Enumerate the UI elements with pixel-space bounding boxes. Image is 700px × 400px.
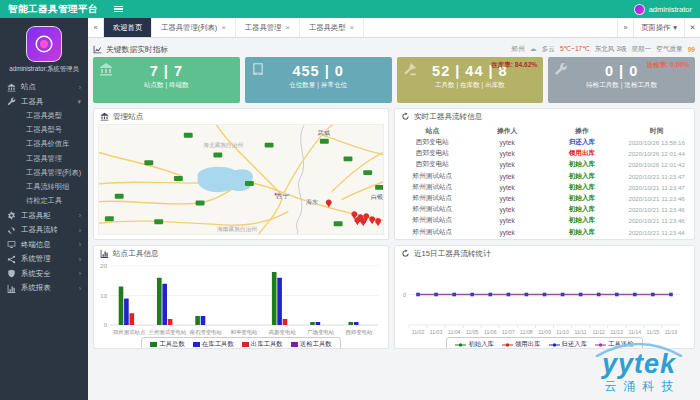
flow-panel-header: 实时工器具流转信息 bbox=[395, 109, 694, 124]
svg-text:11/02: 11/02 bbox=[412, 329, 425, 335]
sidebar-item-label: 系统管理 bbox=[21, 254, 74, 264]
legend-item[interactable]: 领用出库 bbox=[502, 340, 541, 349]
line-chart-panel: 近15日工器具流转统计 011/0211/0311/0411/0511/0611… bbox=[394, 245, 695, 349]
sidebar-item[interactable]: 系统安全› bbox=[0, 266, 88, 281]
sidebar-item-label: 系统报表 bbox=[21, 283, 74, 293]
gear-icon bbox=[7, 211, 16, 220]
kpi-card: 455 | 0仓位数量 | 异常仓位 bbox=[245, 57, 392, 103]
refresh-icon[interactable] bbox=[401, 112, 410, 121]
tab-label: 欢迎首页 bbox=[113, 23, 142, 33]
weather-week: 星期一 bbox=[632, 45, 652, 54]
sidebar-item[interactable]: 系统报表› bbox=[0, 281, 88, 296]
sidebar-item[interactable]: 系统管理› bbox=[0, 252, 88, 267]
sidebar-subitem[interactable]: 工具流转明细 bbox=[0, 180, 88, 194]
tab-label: 工器具类型 bbox=[309, 23, 345, 33]
kpi-card-rate: 送检率: 0.00% bbox=[646, 61, 689, 70]
flow-operator: yytek bbox=[470, 148, 545, 159]
road-badge bbox=[105, 216, 114, 221]
svg-text:郑州测试站点: 郑州测试站点 bbox=[113, 329, 146, 336]
svg-text:11/13: 11/13 bbox=[610, 329, 623, 335]
page-operations-dropdown[interactable]: 页面操作 ▾ bbox=[633, 18, 684, 37]
kpi-card-label: 站点数 | 终端数 bbox=[93, 81, 240, 90]
flow-table-column: 操作人 bbox=[470, 124, 545, 137]
weather-wind: 东北风 3级 bbox=[595, 45, 627, 54]
svg-text:11/05: 11/05 bbox=[466, 329, 479, 335]
sidebar-item-label: 系统安全 bbox=[21, 269, 74, 279]
svg-text:11/08: 11/08 bbox=[520, 329, 533, 335]
top-header: 智能工器具管理平台 administrator bbox=[0, 0, 700, 18]
map-canvas[interactable]: 海北藏族自治州海南藏族自治州西宁海东武威白银 bbox=[98, 124, 384, 235]
road-badge bbox=[320, 139, 329, 144]
svg-text:11/12: 11/12 bbox=[592, 329, 605, 335]
close-icon[interactable]: × bbox=[349, 23, 354, 32]
bar-chart-legend: 工具总数在库工具数出库工具数送检工具数 bbox=[94, 337, 388, 349]
svg-text:海南藏族自治州: 海南藏族自治州 bbox=[217, 226, 257, 233]
flow-time: 2020/10/26 12:01:44 bbox=[619, 148, 694, 159]
user-chip[interactable]: administrator bbox=[634, 4, 692, 15]
legend-item[interactable]: 工具总数 bbox=[150, 340, 185, 349]
tab[interactable]: 欢迎首页 bbox=[104, 18, 152, 37]
svg-text:11/15: 11/15 bbox=[647, 329, 660, 335]
legend-item[interactable]: 初始入库 bbox=[455, 340, 494, 349]
flow-time: 2020/10/21 11:23:46 bbox=[619, 215, 694, 226]
svg-text:西宁: 西宁 bbox=[275, 192, 289, 200]
flow-action: 初始入库 bbox=[545, 171, 620, 182]
chevron-down-icon: ▾ bbox=[673, 23, 677, 32]
svg-text:11/04: 11/04 bbox=[448, 329, 461, 335]
sidebar-item-label: 工器具流转 bbox=[21, 225, 74, 235]
legend-item[interactable]: 归还入库 bbox=[549, 340, 588, 349]
legend-item[interactable]: 送检工具数 bbox=[291, 340, 332, 349]
kpi-section-title: 关键数据实时指标 bbox=[106, 44, 168, 55]
sidebar-item[interactable]: 站点› bbox=[0, 80, 88, 95]
flow-time: 2020/10/21 11:23:46 bbox=[619, 193, 694, 204]
app-title: 智能工器具管理平台 bbox=[8, 3, 98, 16]
road-badge bbox=[154, 219, 163, 224]
kpi-card-label: 仓位数量 | 异常仓位 bbox=[245, 81, 392, 90]
map-panel: 管理站点 海北藏族自治州海南藏族自治州西宁海东武威白银 bbox=[93, 108, 389, 240]
svg-text:11/06: 11/06 bbox=[484, 329, 497, 335]
map-panel-title: 管理站点 bbox=[113, 112, 143, 122]
flow-table-column: 站点 bbox=[395, 124, 470, 137]
tab[interactable]: 工器具管理(列表)× bbox=[152, 18, 236, 37]
menu-toggle-icon[interactable] bbox=[114, 6, 123, 13]
road-badge bbox=[196, 201, 205, 206]
sidebar-subitem[interactable]: 待检定工具 bbox=[0, 194, 88, 208]
kpi-card-label: 工具数 | 在库数 | 出库数 bbox=[397, 81, 544, 90]
bank-icon bbox=[99, 62, 113, 76]
tabs: 欢迎首页工器具管理(列表)×工器具管理×工器具类型× bbox=[104, 18, 617, 37]
close-icon[interactable]: × bbox=[221, 23, 226, 32]
sidebar-subitem[interactable]: 工器具类型 bbox=[0, 109, 88, 123]
tab[interactable]: 工器具管理× bbox=[236, 18, 300, 37]
tabs-collapse-button[interactable]: « bbox=[88, 18, 104, 37]
sidebar-subitem[interactable]: 工器具价值库 bbox=[0, 137, 88, 151]
refresh-icon[interactable] bbox=[401, 249, 410, 258]
road-badge bbox=[174, 176, 183, 181]
sidebar-item[interactable]: 工器具流转› bbox=[0, 223, 88, 238]
sidebar-item-label: 终端信息 bbox=[21, 240, 74, 250]
close-tabs-button[interactable]: ✕ bbox=[684, 18, 700, 37]
chevron-right-icon: › bbox=[79, 241, 81, 248]
sidebar-subitem[interactable]: 工器具管理(列表) bbox=[0, 166, 88, 180]
bar-chart-panel: 站点工具信息 01020郑州测试站点兰州测试变电站南石湾变电站和平变电站高新变电… bbox=[93, 245, 389, 349]
flow-table-body: 西郊变电站yytek归还入库2020/10/26 13:58:16西郊变电站yy… bbox=[395, 137, 694, 238]
flow-action: 归还入库 bbox=[545, 137, 620, 148]
sidebar-item[interactable]: 工器具▾ bbox=[0, 95, 88, 110]
flow-table: 站点操作人操作时间 西郊变电站yytek归还入库2020/10/26 13:58… bbox=[395, 124, 694, 238]
kpi-card-rate: 在库率: 84.62% bbox=[491, 61, 537, 70]
close-icon[interactable]: × bbox=[285, 23, 290, 32]
legend-item[interactable]: 在库工具数 bbox=[193, 340, 234, 349]
sidebar-item[interactable]: 终端信息› bbox=[0, 237, 88, 252]
dashboard-content: 关键数据实时指标 郑州 ☁ 多云 5℃~17℃ 东北风 3级 星期一 空气质量 … bbox=[88, 38, 700, 400]
tab[interactable]: 工器具类型× bbox=[300, 18, 364, 37]
flow-table-row: 西郊变电站yytek领用出库2020/10/26 12:01:44 bbox=[395, 148, 694, 159]
svg-text:11/03: 11/03 bbox=[430, 329, 443, 335]
tab-label: 工器具管理(列表) bbox=[161, 23, 217, 33]
chevron-right-icon: › bbox=[79, 227, 81, 234]
sidebar-subitem[interactable]: 工器具管理 bbox=[0, 152, 88, 166]
sidebar-subitem[interactable]: 工器具型号 bbox=[0, 123, 88, 137]
kpi-card-value: 7 | 7 bbox=[93, 63, 240, 79]
tabs-expand-button[interactable]: » bbox=[617, 18, 633, 37]
sidebar-item[interactable]: 工器具柜› bbox=[0, 208, 88, 223]
svg-text:和平变电站: 和平变电站 bbox=[231, 329, 259, 336]
legend-item[interactable]: 出库工具数 bbox=[242, 340, 283, 349]
